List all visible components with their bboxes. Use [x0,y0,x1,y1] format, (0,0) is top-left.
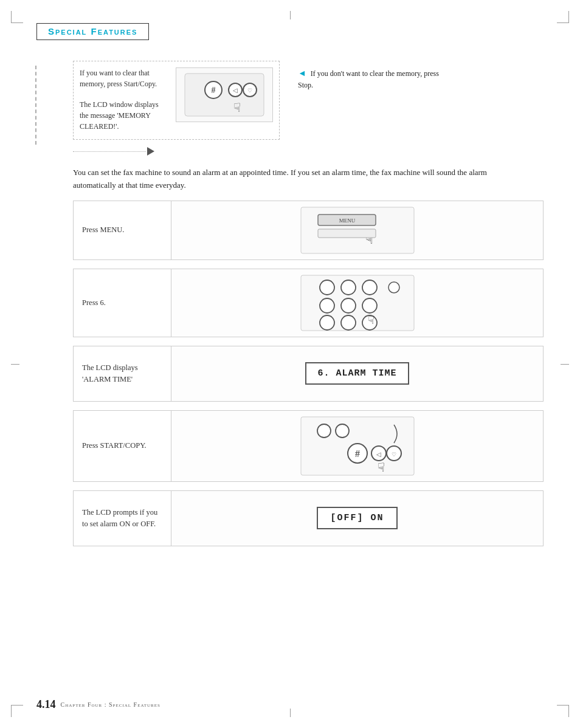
page-header: Special Features [36,23,544,40]
step4-box: Press START/COPY. # ◁ ♡ ☟ [73,410,544,482]
step3-image: 6. ALARM TIME [171,346,543,401]
corner-mark-tl [11,11,23,23]
svg-point-14 [320,280,334,295]
svg-point-17 [388,282,399,293]
content-area: If you want to clear that memory, press … [36,55,544,692]
arrow-right-icon [147,147,154,156]
step1-label: Press MENU. [74,201,171,259]
dotted-line [73,151,146,152]
svg-point-22 [341,315,356,330]
step4-label: Press START/COPY. [74,411,171,481]
step3-box: The LCD displays 'ALARM TIME' 6. ALARM T… [73,346,544,402]
svg-point-15 [341,280,356,295]
svg-text:MENU: MENU [339,218,355,224]
start-copy-graphic: # ◁ ♡ ☟ [300,416,415,476]
svg-text:♡: ♡ [247,88,252,94]
svg-point-27 [336,424,349,438]
step4-image: # ◁ ♡ ☟ [171,411,543,481]
step5-label: The LCD prompts if you to set alarm ON o… [74,491,171,546]
tick-left [11,364,19,365]
step1-image: MENU ☟ [171,201,543,259]
footer-page-number: 4.14 [36,698,56,711]
svg-point-20 [362,298,377,313]
dashed-memory-box: If you want to clear that memory, press … [73,61,280,140]
svg-text:◁: ◁ [376,451,381,458]
svg-text:#: # [355,448,360,459]
svg-text:◁: ◁ [233,87,238,94]
memory-image-box: # ◁ ♡ ☟ [176,67,273,122]
step5-box: The LCD prompts if you to set alarm ON o… [73,490,544,546]
side-note: ◄ If you don't want to clear the memory,… [298,61,444,91]
arrow-left-icon: ◄ [298,69,306,78]
page-footer: 4.14 Chapter Four : Special Features [36,698,544,711]
step3-label: The LCD displays 'ALARM TIME' [74,346,171,401]
arrow-right-section [73,147,544,156]
menu-button-graphic: MENU ☟ [300,206,415,255]
memory-box-text2: The LCD window displays the message 'MEM… [80,99,165,132]
page-title: Special Features [48,26,137,36]
svg-point-26 [317,424,331,438]
svg-point-16 [362,280,377,295]
svg-text:☟: ☟ [378,461,385,474]
svg-text:☟: ☟ [368,314,375,326]
svg-text:☟: ☟ [233,101,241,114]
footer-chapter-text: Chapter Four : Special Features [61,701,161,708]
corner-mark-tr [557,11,569,23]
step5-image: [OFF] ON [171,491,543,546]
svg-rect-12 [318,229,376,238]
step2-image: ☟ [171,269,543,337]
top-section: If you want to clear that memory, press … [36,61,544,140]
corner-mark-bl [11,705,23,717]
memory-box-text1: If you want to clear that memory, press … [80,67,165,89]
svg-point-21 [320,315,334,330]
header-title-box: Special Features [36,23,149,40]
corner-mark-br [557,705,569,717]
step1-box: Press MENU. MENU ☟ [73,201,544,260]
svg-point-18 [320,298,334,313]
step2-label: Press 6. [74,269,171,337]
keypad-graphic: ☟ [300,274,415,332]
tick-right [561,364,569,365]
side-note-text: If you don't want to clear the memory, p… [298,69,439,89]
memory-buttons-graphic: # ◁ ♡ ☟ [182,70,267,119]
description-text: You can set the fax machine to sound an … [73,167,507,192]
tick-top [290,11,291,19]
off-on-lcd: [OFF] ON [317,507,397,529]
step2-box: Press 6. ☟ [73,269,544,337]
svg-text:♡: ♡ [392,452,396,458]
svg-point-19 [341,298,356,313]
alarm-time-lcd: 6. ALARM TIME [305,362,409,385]
svg-text:#: # [212,86,216,95]
